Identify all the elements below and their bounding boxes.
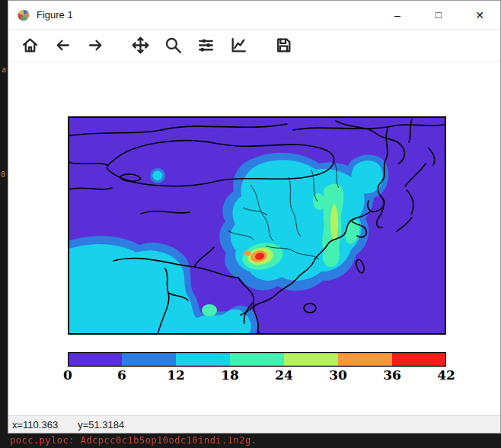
colorbar-tick-label: 12 [167,367,185,383]
editor-gutter-glyph: 0 [1,170,5,179]
statusbar: x=110.363 y=51.3184 [8,415,500,433]
edit-parameters-button[interactable] [225,32,252,59]
figure-window: Figure 1 – □ ✕ [8,0,501,434]
pan-button[interactable] [126,32,154,59]
forward-icon [86,36,105,55]
back-icon [53,36,72,55]
window-title: Figure 1 [37,9,73,21]
home-button[interactable] [16,32,43,59]
forward-button[interactable] [81,32,109,59]
minimize-icon: – [394,9,400,21]
configure-subplots-icon [196,36,215,55]
colorbar-tick-label: 0 [63,367,72,383]
colorbar-tick-label: 36 [383,367,401,383]
titlebar[interactable]: Figure 1 – □ ✕ [8,1,500,30]
terminal-text: pocc.pyloc: Adcpcc0c1b5op10odc10indi.1n2… [10,435,257,446]
editor-gutter-glyph: a [2,65,6,74]
maximize-button[interactable]: □ [418,1,459,29]
colorbar-tick-label: 18 [221,367,239,383]
save-button[interactable] [270,32,297,59]
close-icon: ✕ [475,9,484,21]
colorbar [68,352,446,367]
figure-canvas[interactable]: 0 6 12 18 24 30 36 42 [8,62,500,417]
colorbar-tick-label: 30 [329,367,347,383]
configure-subplots-button[interactable] [192,32,219,59]
edit-parameters-icon [229,36,248,55]
cursor-x-readout: x=110.363 [12,419,58,431]
pan-icon [131,36,150,55]
colorbar-gradient [68,352,446,367]
save-icon [274,36,293,55]
figure-toolbar [8,30,500,62]
matplotlib-logo-icon [18,9,30,21]
colorbar-tick-label: 6 [117,367,126,383]
home-icon [21,36,40,55]
zoom-icon [164,36,183,55]
zoom-button[interactable] [159,32,187,59]
maximize-icon: □ [436,9,442,21]
map-axes[interactable] [68,116,446,335]
minimize-button[interactable]: – [377,1,418,29]
colorbar-tick-label: 42 [437,367,455,383]
close-button[interactable]: ✕ [459,1,500,29]
window-controls: – □ ✕ [377,1,500,29]
cursor-y-readout: y=51.3184 [78,419,124,431]
colorbar-tick-label: 24 [275,367,293,383]
back-button[interactable] [49,32,76,59]
